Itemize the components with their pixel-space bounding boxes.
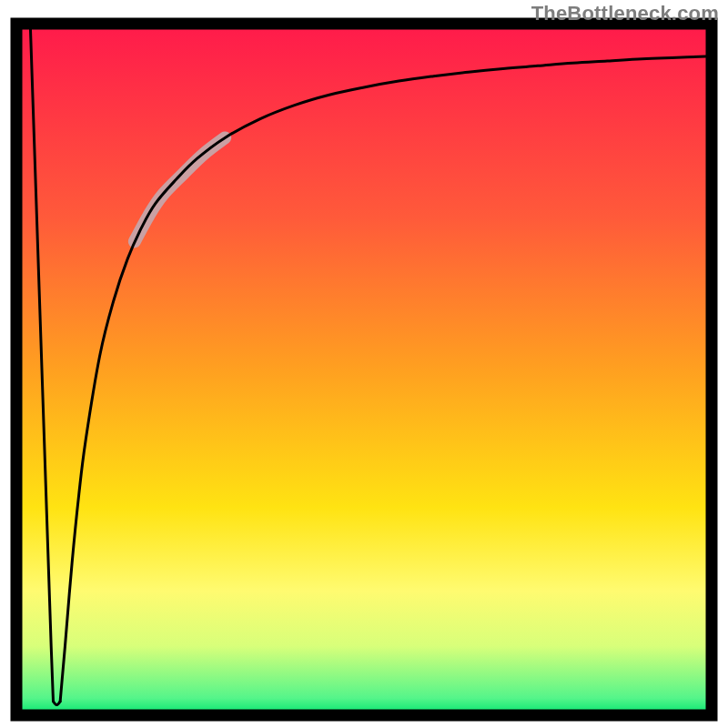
watermark-text: TheBottleneck.com [531,2,719,25]
gradient-background [16,24,712,715]
bottleneck-chart [0,0,728,728]
chart-container: TheBottleneck.com [0,0,728,728]
